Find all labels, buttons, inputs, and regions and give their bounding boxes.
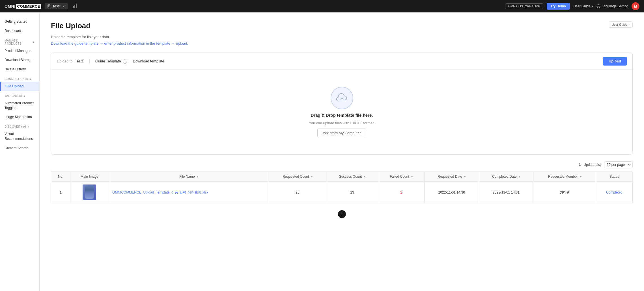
chevron-down-icon: ▾ [591, 4, 593, 8]
cell-file-name[interactable]: OMNICOMMERCE_Upload_Template_상품 입력_에러포함.… [109, 182, 269, 203]
language-icon [596, 4, 600, 8]
svg-rect-6 [76, 4, 77, 8]
add-from-computer-button[interactable]: Add from My Computer [317, 129, 366, 137]
cell-status[interactable]: Completed [596, 182, 632, 203]
col-no: No. [51, 172, 70, 182]
cell-main-image [70, 182, 109, 203]
cloud-svg [336, 93, 348, 103]
col-requested-date[interactable]: Requested Date ▾ [425, 172, 479, 182]
data-table: No. Main Image File Name ▾ Requested Cou… [51, 171, 633, 203]
tab-label: Test1 [53, 4, 61, 8]
user-guide-page-button[interactable]: User Guide › [609, 21, 633, 28]
col-failed-count[interactable]: Failed Count ▾ [378, 172, 425, 182]
navbar-right: OMNIOUS_CREATIVE Try Demo User Guide ▾ L… [505, 2, 639, 10]
cell-requested-date: 2022-11-01 14:30 [425, 182, 479, 203]
sort-icon: ▾ [580, 175, 581, 178]
sort-icon: ▾ [364, 175, 365, 178]
logo-omni: OMNI [5, 4, 16, 8]
caret-icon-discovery: ▲ [27, 125, 29, 128]
per-page-select[interactable]: 10 per page 25 per page 50 per page 100 … [604, 161, 633, 168]
description-text: Upload a template for link your data. [51, 35, 633, 39]
guide-template-label: Guide Template i [95, 59, 127, 64]
page-title: File Upload [51, 21, 91, 30]
table-section: ↻ Update List 10 per page 25 per page 50… [51, 161, 633, 203]
table-toolbar: ↻ Update List 10 per page 25 per page 50… [51, 161, 633, 168]
sidebar-item-dashboard[interactable]: Dashboard [0, 26, 39, 36]
update-list-button[interactable]: ↻ Update List [578, 162, 601, 167]
sidebar-item-camera-search[interactable]: Camera Search [0, 144, 39, 153]
info-icon[interactable]: i [123, 59, 127, 64]
table-header: No. Main Image File Name ▾ Requested Cou… [51, 172, 633, 182]
upload-to-label: Upload to Test1 [57, 59, 84, 63]
cell-requested-count: 25 [269, 182, 326, 203]
section-connect-data: Connect Data ▲ [0, 74, 39, 82]
sidebar: Getting Started Dashboard Manage Product… [0, 12, 40, 291]
upload-panel: Upload to Test1 Guide Template i Downloa… [51, 53, 633, 155]
cell-requested-member: 황다원 [533, 182, 596, 203]
drop-title: Drag & Drop template file here. [311, 113, 373, 118]
cell-failed-count: 2 [378, 182, 425, 203]
divider [89, 58, 90, 64]
try-demo-button[interactable]: Try Demo [547, 3, 570, 10]
caret-icon-connect: ▲ [29, 78, 31, 80]
col-requested-member[interactable]: Requested Member ▾ [533, 172, 596, 182]
sidebar-item-delete-history[interactable]: Delete History [0, 65, 39, 74]
pagination: 1 [51, 210, 633, 218]
page-title-row: File Upload User Guide › [51, 21, 633, 35]
upload-to-value: Test1 [75, 59, 84, 63]
sort-icon: ▾ [519, 175, 520, 178]
file-icon [48, 5, 51, 8]
svg-rect-4 [73, 6, 74, 8]
sidebar-item-download-storage[interactable]: Download Storage [0, 55, 39, 65]
svg-rect-10 [85, 186, 94, 199]
sort-icon: ▾ [197, 175, 198, 178]
avatar[interactable]: M [632, 2, 639, 10]
col-requested-count[interactable]: Requested Count ▾ [269, 172, 326, 182]
col-completed-date[interactable]: Completed Date ▾ [479, 172, 533, 182]
sidebar-item-getting-started[interactable]: Getting Started [0, 17, 39, 26]
sort-icon: ▾ [411, 175, 413, 178]
navbar: OMNI COMMERCE Test1 ▼ OMNIOUS_CREATIVE T… [0, 0, 644, 12]
section-tagging-ai: Tagging AI ▲ [0, 91, 39, 99]
sort-icon: ▾ [311, 175, 313, 178]
lang-setting[interactable]: Language Setting [596, 4, 628, 8]
logo-commerce: COMMERCE [16, 4, 41, 9]
col-main-image: Main Image [70, 172, 109, 182]
drop-zone[interactable]: Drag & Drop template file here. You can … [51, 70, 632, 154]
page-1-button[interactable]: 1 [338, 210, 346, 218]
tab-test1[interactable]: Test1 ▼ [45, 3, 68, 9]
chevron-right-icon: › [628, 23, 630, 26]
sidebar-item-image-moderation[interactable]: Image Moderation [0, 112, 39, 122]
refresh-icon: ↻ [578, 162, 582, 167]
logo[interactable]: OMNI COMMERCE [5, 4, 41, 9]
table-row: 1 OMNICOMMERCE_Upload_Template_상품 입력_에러포… [51, 182, 633, 203]
main-content: File Upload User Guide › Upload a templa… [40, 12, 644, 291]
org-badge: OMNIOUS_CREATIVE [505, 3, 543, 9]
drop-subtitle: You can upload files with EXCEL format. [309, 121, 374, 125]
cell-success-count: 23 [326, 182, 378, 203]
svg-rect-5 [74, 5, 75, 8]
section-manage-products: Manage Products ▲ [0, 36, 39, 46]
col-success-count[interactable]: Success Count ▾ [326, 172, 378, 182]
app-body: Getting Started Dashboard Manage Product… [0, 12, 644, 291]
col-file-name[interactable]: File Name ▾ [109, 172, 269, 182]
svg-rect-11 [88, 186, 91, 187]
caret-icon: ▲ [33, 41, 35, 43]
sidebar-item-automated-product-tagging[interactable]: Automated Product Tagging [0, 99, 39, 113]
sidebar-item-visual-recommendations[interactable]: Visual Recommendations [0, 129, 39, 144]
sort-icon: ▾ [464, 175, 466, 178]
user-guide-nav[interactable]: User Guide ▾ [573, 4, 593, 8]
upload-button[interactable]: Upload [603, 57, 627, 66]
guide-link[interactable]: Download the guide template → enter prod… [51, 41, 188, 45]
sidebar-item-file-upload[interactable]: File Upload [0, 82, 39, 91]
cloud-upload-icon [331, 87, 353, 109]
upload-panel-header: Upload to Test1 Guide Template i Downloa… [51, 53, 632, 70]
chart-icon[interactable] [71, 2, 79, 10]
section-discovery-ai: Discovery AI ▲ [0, 122, 39, 129]
sidebar-item-product-manager[interactable]: Product Manager [0, 46, 39, 56]
col-status: Status [596, 172, 632, 182]
cell-no: 1 [51, 182, 70, 203]
table-body: 1 OMNICOMMERCE_Upload_Template_상품 입력_에러포… [51, 182, 633, 203]
caret-icon-tagging: ▲ [23, 95, 25, 97]
download-template-button[interactable]: Download template [133, 59, 164, 63]
